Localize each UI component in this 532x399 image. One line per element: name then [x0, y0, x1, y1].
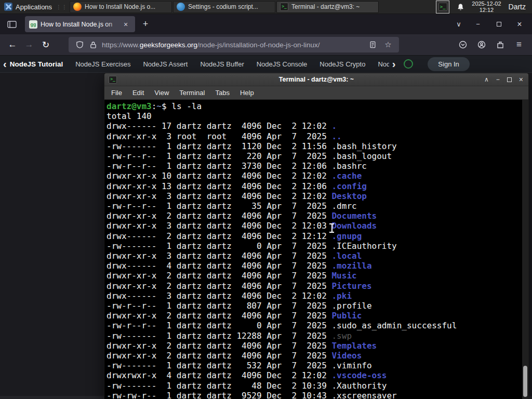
window-button-list: How to Install Node.js o... Settings - c…	[70, 0, 380, 14]
terminal-titlebar[interactable]: Terminal - dartz@vm3: ~ ∧ − ×	[104, 73, 528, 86]
reload-button[interactable]: ↻	[37, 37, 54, 52]
listing-row: -rw------- 1 dartz dartz 12288 Apr 7 202…	[107, 331, 528, 341]
browser-tab[interactable]: gg How to Install Node.js on ×	[25, 16, 135, 32]
listing-attributes: -rw-r--r-- 1 dartz dartz 35 Apr 7 2025	[107, 201, 331, 211]
site-navigation-bar: ‹ NodeJS TutorialNodeJS ExercisesNodeJS …	[0, 56, 532, 73]
nav-link[interactable]: NodeJS Buffer	[200, 60, 244, 68]
panel-clock[interactable]: 2025-12-02 12:12	[472, 1, 501, 13]
prompt-command: $ ls -la	[162, 101, 202, 111]
terminal-body[interactable]: dartz@vm3:~$ ls -la total 140 drwx------…	[104, 100, 528, 399]
geeksforgeeks-favicon: gg	[29, 20, 37, 29]
top-panel: Applications ⋮⋮ How to Install Node.js o…	[0, 0, 532, 14]
listing-filename: .bash_history	[331, 141, 396, 151]
prompt-colon: :	[152, 101, 157, 111]
notification-bell-icon[interactable]	[457, 3, 464, 11]
listing-filename: Downloads	[331, 221, 377, 231]
new-tab-button[interactable]: +	[138, 17, 153, 32]
listing-attributes: -rw-rw-r-- 1 dartz dartz 9529 Dec 2 10:4…	[107, 391, 331, 399]
pocket-icon[interactable]	[455, 38, 471, 51]
terminal-maximize-button[interactable]	[507, 77, 512, 82]
scrollbar-thumb[interactable]	[523, 366, 527, 397]
listing-filename: Templates	[331, 341, 377, 351]
listing-attributes: -rw------- 1 dartz dartz 1120 Dec 2 11:5…	[107, 141, 331, 151]
listing-row: -rw-r--r-- 1 dartz dartz 220 Apr 7 2025 …	[107, 151, 528, 161]
lock-icon[interactable]	[86, 41, 100, 49]
listing-attributes: -rw-r--r-- 1 dartz dartz 3730 Dec 2 12:0…	[107, 161, 331, 171]
terminal-menu-item[interactable]: Terminal	[175, 87, 209, 98]
listing-attributes: drwxr-xr-x 3 dartz dartz 4096 Apr 7 2025	[107, 251, 331, 261]
applications-label: Applications	[16, 3, 52, 11]
nav-scroll-right-icon[interactable]: ›	[389, 59, 399, 69]
panel-handle: ⋮⋮	[56, 4, 68, 10]
terminal-minimize-button[interactable]: −	[496, 76, 500, 83]
maximize-button[interactable]	[489, 18, 508, 31]
terminal-menu-item[interactable]: Help	[235, 87, 259, 98]
account-icon[interactable]	[474, 38, 489, 51]
clock-time: 12:12	[472, 7, 501, 13]
terminal-menu-item[interactable]: Tabs	[210, 87, 234, 98]
listing-filename: .mozilla	[331, 261, 371, 271]
listing-row: drwxr-xr-x 2 dartz dartz 4096 Apr 7 2025…	[107, 271, 528, 281]
listing-row: -rw------- 1 dartz dartz 48 Dec 2 10:39 …	[107, 381, 528, 391]
listing-row: drwx------ 3 dartz dartz 4096 Dec 2 12:0…	[107, 291, 528, 301]
listing-attributes: drwxr-xr-x 2 dartz dartz 4096 Apr 7 2025	[107, 281, 331, 291]
close-button[interactable]: ×	[510, 18, 529, 31]
listing-attributes: drwx------ 17 dartz dartz 4096 Dec 2 12:…	[107, 121, 331, 131]
listing-row: -rw------- 1 dartz dartz 532 Apr 7 2025 …	[107, 361, 528, 370]
shade-button[interactable]: ∧	[484, 76, 489, 83]
taskbar-window-button[interactable]: Terminal - dartz@vm3: ~	[276, 1, 379, 13]
minimize-button[interactable]: −	[469, 18, 487, 31]
list-all-tabs-icon[interactable]: ∨	[451, 18, 467, 31]
listing-row: -rw-rw-r-- 1 dartz dartz 9529 Dec 2 10:4…	[107, 391, 528, 399]
nav-link[interactable]: NodeJS Tutorial	[10, 60, 63, 68]
listing-attributes: drwxr-xr-x 2 dartz dartz 4096 Apr 7 2025	[107, 271, 331, 281]
listing-row: drwxr-xr-x 10 dartz dartz 4096 Dec 2 12:…	[107, 171, 528, 181]
sign-in-button[interactable]: Sign In	[428, 57, 469, 71]
nav-scroll-left-icon[interactable]: ‹	[0, 59, 10, 69]
nav-link[interactable]: NodeJS Exercises	[75, 60, 130, 68]
nav-link[interactable]: NodeJS Assert	[143, 60, 188, 68]
listing-row: drwxr-xr-x 2 dartz dartz 4096 Apr 7 2025…	[107, 341, 528, 351]
listing-row: drwx------ 17 dartz dartz 4096 Dec 2 12:…	[107, 121, 528, 131]
url-bar[interactable]: https://www.geeksforgeeks.org/node-js/in…	[69, 37, 399, 52]
listing-filename: .gnupg	[331, 231, 362, 241]
listing-attributes: -rw-r--r-- 1 dartz dartz 220 Apr 7 2025	[107, 151, 331, 161]
prompt-line: dartz@vm3:~$ ls -la	[107, 101, 528, 111]
nav-link[interactable]: NodeJS DNS	[378, 60, 389, 68]
menu-hamburger-icon[interactable]: ≡	[511, 38, 527, 51]
listing-attributes: drwxr-xr-x 2 dartz dartz 4096 Apr 7 2025	[107, 351, 331, 361]
terminal-menu-item[interactable]: Edit	[128, 87, 149, 98]
search-icon[interactable]	[404, 59, 413, 69]
listing-row: drwxr-xr-x 3 dartz dartz 4096 Dec 2 12:0…	[107, 191, 528, 201]
forward-button[interactable]: →	[21, 37, 37, 52]
listing-filename: .viminfo	[331, 361, 371, 370]
listing-row: -rw------- 1 dartz dartz 1120 Dec 2 11:5…	[107, 141, 528, 151]
terminal-close-button[interactable]: ×	[519, 75, 523, 84]
back-button[interactable]: ←	[4, 37, 21, 52]
nav-link[interactable]: NodeJS Crypto	[320, 60, 365, 68]
taskbar-window-button[interactable]: Settings - codium script...	[173, 1, 275, 13]
firefox-view-icon[interactable]	[4, 17, 20, 32]
terminal-menu-item[interactable]: View	[150, 87, 174, 98]
listing-attributes: -rw------- 1 dartz dartz 532 Apr 7 2025	[107, 361, 331, 370]
extensions-icon[interactable]	[493, 38, 508, 51]
listing-filename: .sudo_as_admin_successful	[331, 321, 457, 330]
terminal-tray-icon[interactable]	[436, 1, 449, 14]
applications-menu-button[interactable]: Applications	[0, 0, 56, 14]
listing-row: drwxr-xr-x 3 root root 4096 Apr 7 2025 .…	[107, 131, 528, 141]
listing-filename: .bashrc	[331, 161, 366, 171]
tracking-shield-icon[interactable]	[73, 41, 86, 49]
user-menu[interactable]: Dartz	[509, 3, 528, 11]
terminal-window-controls: ∧ − ×	[484, 75, 528, 84]
taskbar-window-button[interactable]: How to Install Node.js o...	[70, 1, 172, 13]
listing-filename: Music	[331, 271, 356, 281]
reader-mode-icon[interactable]	[366, 41, 379, 48]
listing-filename: Videos	[331, 351, 362, 361]
listing-row: -rw-r--r-- 1 dartz dartz 3730 Dec 2 12:0…	[107, 161, 528, 171]
terminal-menu-item[interactable]: File	[107, 87, 127, 98]
terminal-scrollbar[interactable]	[522, 100, 528, 399]
bookmark-star-icon[interactable]: ☆	[381, 40, 395, 49]
window-icon	[177, 3, 185, 11]
listing-filename: .	[331, 121, 337, 131]
nav-link[interactable]: NodeJS Console	[257, 60, 308, 68]
